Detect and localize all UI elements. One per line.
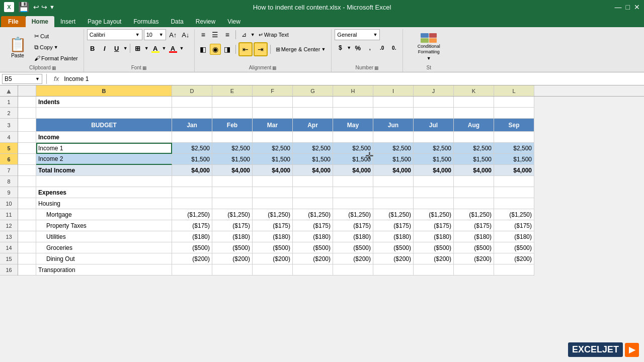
cell-a1[interactable] (18, 97, 36, 108)
cell-k3[interactable]: Aug (454, 119, 494, 132)
cell-l14[interactable]: ($500) (494, 242, 534, 253)
cell-a8[interactable] (18, 176, 36, 187)
cell-h6[interactable]: $1,500 (333, 154, 373, 165)
cell-j8[interactable] (414, 176, 454, 187)
row-num-11[interactable]: 11 (0, 209, 18, 220)
cell-j2[interactable] (414, 108, 454, 119)
cell-h12[interactable]: ($175) (333, 220, 373, 231)
cell-e7[interactable]: $4,000 (212, 165, 253, 176)
cell-i13[interactable]: ($180) (373, 231, 414, 242)
cell-b6[interactable]: Income 2 (36, 154, 172, 165)
cell-h13[interactable]: ($180) (333, 231, 373, 242)
cell-g14[interactable]: ($500) (293, 242, 333, 253)
align-top-center-button[interactable]: ☰ (210, 29, 221, 40)
align-center-button[interactable]: ◉ (210, 44, 221, 55)
col-header-a[interactable] (18, 85, 36, 96)
formula-input[interactable] (64, 75, 642, 82)
cell-a4[interactable] (18, 132, 36, 143)
cell-e10[interactable] (212, 198, 253, 209)
cell-i7[interactable]: $4,000 (373, 165, 414, 176)
cell-j5[interactable]: $2,500 (414, 143, 454, 154)
cell-k15[interactable]: ($200) (454, 253, 494, 264)
cell-f5[interactable]: $2,500 (253, 143, 293, 154)
row-num-1[interactable]: 1 (0, 97, 18, 108)
cell-i8[interactable] (373, 176, 414, 187)
cell-h8[interactable] (333, 176, 373, 187)
cell-h4[interactable] (333, 132, 373, 143)
col-header-l[interactable]: L (494, 85, 534, 96)
cell-i15[interactable]: ($200) (373, 253, 414, 264)
cell-g12[interactable]: ($175) (293, 220, 333, 231)
cell-i4[interactable] (373, 132, 414, 143)
number-format-dropdown[interactable]: General ▼ (335, 29, 380, 40)
underline-button[interactable]: U (111, 43, 122, 54)
copy-button[interactable]: ⧉ Copy ▼ (32, 42, 80, 52)
cell-g2[interactable] (293, 108, 333, 119)
row-num-12[interactable]: 12 (0, 220, 18, 231)
cell-i10[interactable] (373, 198, 414, 209)
cell-a14[interactable] (18, 242, 36, 253)
cut-button[interactable]: ✂ Cut (32, 31, 80, 41)
cell-e15[interactable]: ($200) (212, 253, 253, 264)
cell-h1[interactable] (333, 97, 373, 108)
merge-center-button[interactable]: ⊞ Merge & Center ▼ (273, 45, 329, 54)
cell-j7[interactable]: $4,000 (414, 165, 454, 176)
cell-a10[interactable] (18, 198, 36, 209)
cell-d2[interactable] (172, 108, 212, 119)
cell-j11[interactable]: ($1,250) (414, 209, 454, 220)
cell-i12[interactable]: ($175) (373, 220, 414, 231)
cell-d16[interactable] (172, 264, 212, 276)
cell-j14[interactable]: ($500) (414, 242, 454, 253)
cell-i16[interactable] (373, 264, 414, 276)
cell-l12[interactable]: ($175) (494, 220, 534, 231)
cell-l8[interactable] (494, 176, 534, 187)
align-right-button[interactable]: ◨ (222, 44, 233, 55)
cell-d15[interactable]: ($200) (172, 253, 212, 264)
cell-a16[interactable] (18, 264, 36, 276)
cell-l13[interactable]: ($180) (494, 231, 534, 242)
percent-button[interactable]: % (352, 42, 363, 53)
wrap-text-button[interactable]: ↵ Wrap Text (256, 30, 291, 40)
cell-k9[interactable] (454, 187, 494, 198)
conditional-formatting-button[interactable]: ConditionalFormatting ▼ (406, 31, 451, 63)
cell-k5[interactable]: $2,500 (454, 143, 494, 154)
cell-j1[interactable] (414, 97, 454, 108)
row-num-4[interactable]: 4 (0, 132, 18, 143)
cell-i14[interactable]: ($500) (373, 242, 414, 253)
cell-j6[interactable]: $1,500 (414, 154, 454, 165)
cell-h5[interactable]: $2,500 (333, 143, 373, 154)
cell-l10[interactable] (494, 198, 534, 209)
cell-e3[interactable]: Feb (212, 119, 253, 132)
tab-home[interactable]: Home (26, 16, 54, 27)
cell-f4[interactable] (253, 132, 293, 143)
cell-f12[interactable]: ($175) (253, 220, 293, 231)
cell-f10[interactable] (253, 198, 293, 209)
cell-k13[interactable]: ($180) (454, 231, 494, 242)
cell-e16[interactable] (212, 264, 253, 276)
cell-a9[interactable] (18, 187, 36, 198)
cell-g10[interactable] (293, 198, 333, 209)
cell-l3[interactable]: Sep (494, 119, 534, 132)
cell-k7[interactable]: $4,000 (454, 165, 494, 176)
cell-e8[interactable] (212, 176, 253, 187)
cell-b4[interactable]: Income (36, 132, 172, 143)
cell-d11[interactable]: ($1,250) (172, 209, 212, 220)
cell-g16[interactable] (293, 264, 333, 276)
cell-e6[interactable]: $1,500 (212, 154, 253, 165)
cell-h7[interactable]: $4,000 (333, 165, 373, 176)
cell-f15[interactable]: ($200) (253, 253, 293, 264)
cell-a13[interactable] (18, 231, 36, 242)
row-num-3[interactable]: 3 (0, 119, 18, 132)
cell-f7[interactable]: $4,000 (253, 165, 293, 176)
cell-k14[interactable]: ($500) (454, 242, 494, 253)
cell-l4[interactable] (494, 132, 534, 143)
italic-button[interactable]: I (99, 43, 110, 54)
cell-k11[interactable]: ($1,250) (454, 209, 494, 220)
cell-d5[interactable]: $2,500 (172, 143, 212, 154)
cell-g13[interactable]: ($180) (293, 231, 333, 242)
cell-g8[interactable] (293, 176, 333, 187)
cell-i6[interactable]: $1,500 (373, 154, 414, 165)
row-num-6[interactable]: 6 (0, 154, 18, 165)
cell-f13[interactable]: ($180) (253, 231, 293, 242)
cell-j9[interactable] (414, 187, 454, 198)
